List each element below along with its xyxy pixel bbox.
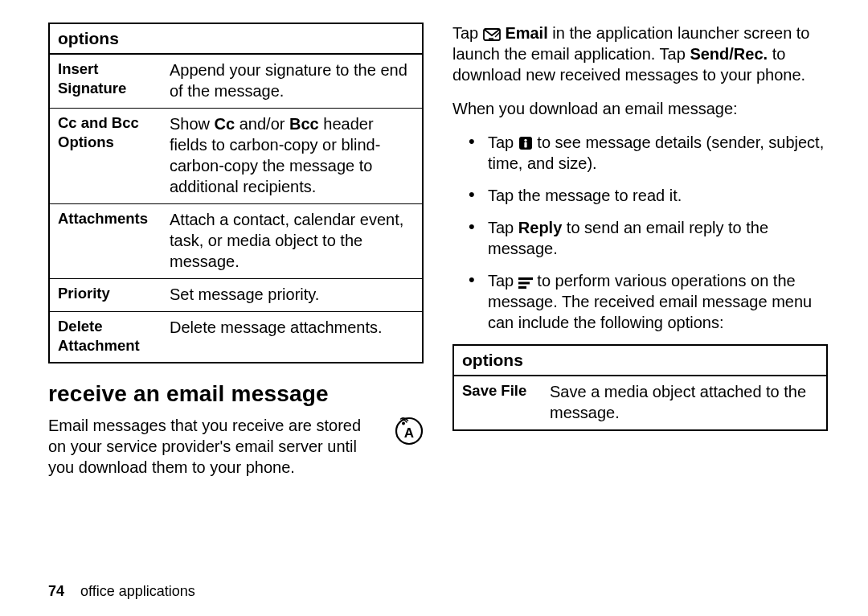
left-column: options Insert Signature Append your sig… [48, 23, 424, 577]
svg-point-2 [402, 422, 405, 425]
tap-email-paragraph: Tap Email in the application launcher sc… [452, 23, 828, 85]
svg-rect-7 [518, 277, 533, 280]
option-label: Attachments [49, 204, 162, 279]
intro-paragraph: Email messages that you receive are stor… [48, 415, 379, 478]
download-intro-line: When you download an email message: [452, 98, 828, 119]
svg-rect-9 [518, 286, 526, 289]
intro-block: Email messages that you receive are stor… [48, 415, 424, 491]
table-row: Attachments Attach a contact, calendar e… [49, 204, 423, 279]
option-description: Attach a contact, calendar event, task, … [162, 204, 423, 279]
list-item: Tap Reply to send an email reply to the … [469, 217, 828, 259]
table-header-row: options [453, 345, 827, 376]
option-description: Delete message attachments. [162, 312, 423, 363]
option-label: Insert Signature [49, 54, 162, 109]
option-label: Save File [453, 376, 542, 430]
page-number: 74 [48, 583, 64, 599]
list-item: Tap to see message details (sender, subj… [469, 132, 828, 174]
received-options-table: options Save File Save a media object at… [452, 344, 828, 431]
option-label: Cc and Bcc Options [49, 109, 162, 204]
table-row: Delete Attachment Delete message attachm… [49, 312, 423, 363]
table-row: Cc and Bcc Options Show Cc and/or Bcc he… [49, 109, 423, 204]
table-header-row: options [49, 23, 423, 54]
email-icon [483, 28, 501, 41]
network-required-icon: A [395, 417, 424, 449]
list-item: Tap the message to read it. [469, 185, 828, 206]
footer-section-name: office applications [80, 583, 195, 599]
table-header: options [49, 23, 423, 54]
menu-icon [518, 277, 533, 289]
option-description: Save a media object attached to the mess… [542, 376, 827, 430]
svg-rect-8 [518, 282, 530, 285]
table-row: Priority Set message priority. [49, 279, 423, 312]
section-heading: receive an email message [48, 381, 424, 407]
two-column-layout: options Insert Signature Append your sig… [48, 23, 828, 577]
info-icon [518, 136, 533, 150]
compose-options-table: options Insert Signature Append your sig… [48, 23, 424, 363]
svg-text:A: A [404, 425, 414, 441]
table-row: Insert Signature Append your signature t… [49, 54, 423, 109]
option-description: Show Cc and/or Bcc header fields to carb… [162, 109, 423, 204]
option-description: Set message priority. [162, 279, 423, 312]
right-column: Tap Email in the application launcher sc… [452, 23, 828, 577]
svg-rect-6 [524, 142, 526, 148]
option-label: Priority [49, 279, 162, 312]
list-item: Tap to perform various operations on the… [469, 270, 828, 333]
option-label: Delete Attachment [49, 312, 162, 363]
table-row: Save File Save a media object attached t… [453, 376, 827, 430]
page-footer: 74office applications [48, 583, 828, 600]
bullet-list: Tap to see message details (sender, subj… [469, 132, 828, 333]
table-header: options [453, 345, 827, 376]
manual-page: options Insert Signature Append your sig… [0, 0, 868, 616]
svg-point-5 [524, 139, 526, 142]
option-description: Append your signature to the end of the … [162, 54, 423, 109]
